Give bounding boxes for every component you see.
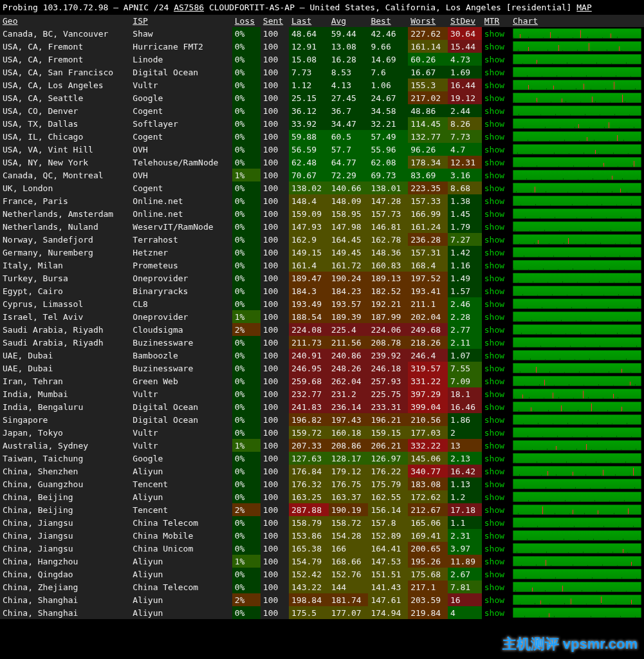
- col-geo[interactable]: Geo: [0, 15, 130, 27]
- mtr-show-link[interactable]: show: [484, 351, 504, 360]
- col-mtr[interactable]: MTR: [482, 15, 510, 27]
- isp-cell: China Telecom: [130, 516, 232, 529]
- mtr-show-link[interactable]: show: [484, 106, 504, 116]
- col-worst[interactable]: Worst: [408, 15, 448, 27]
- chart-cell: [510, 387, 644, 400]
- worst-cell: 157.31: [408, 246, 448, 259]
- mtr-show-link[interactable]: show: [484, 312, 504, 322]
- mtr-show-link[interactable]: show: [484, 171, 504, 180]
- isp-cell: Oneprovider: [130, 310, 232, 323]
- mtr-show-link[interactable]: show: [484, 286, 504, 296]
- asn-link[interactable]: AS7586: [174, 3, 204, 12]
- mtr-show-link[interactable]: show: [484, 376, 504, 386]
- col-sent[interactable]: Sent: [261, 15, 289, 27]
- avg-cell: 181.74: [329, 593, 369, 606]
- mtr-show-link[interactable]: show: [484, 544, 504, 553]
- mtr-show-link[interactable]: show: [484, 428, 504, 438]
- last-cell: 1.12: [289, 79, 329, 91]
- best-cell: 182.52: [368, 284, 408, 297]
- latency-sparkline: [513, 28, 641, 39]
- mtr-show-link[interactable]: show: [484, 119, 504, 129]
- mtr-show-link[interactable]: show: [484, 415, 504, 425]
- mtr-show-link[interactable]: show: [484, 570, 504, 579]
- sent-cell: 100: [261, 272, 289, 284]
- mtr-show-link[interactable]: show: [484, 29, 504, 39]
- mtr-show-link[interactable]: show: [484, 531, 504, 541]
- mtr-show-link[interactable]: show: [484, 183, 504, 193]
- worst-cell: 319.57: [408, 362, 448, 375]
- latency-sparkline: [513, 337, 641, 348]
- sent-cell: 100: [261, 297, 289, 310]
- isp-cell: Cogent: [130, 181, 232, 194]
- mtr-show-link[interactable]: show: [484, 55, 504, 64]
- mtr-show-link[interactable]: show: [484, 222, 504, 232]
- worst-cell: 217.02: [408, 91, 448, 104]
- col-chart[interactable]: Chart: [510, 15, 644, 27]
- worst-cell: 60.26: [408, 53, 448, 66]
- mtr-show-link[interactable]: show: [484, 479, 504, 489]
- isp-cell: Hetzner: [130, 246, 232, 259]
- mtr-show-link[interactable]: show: [484, 42, 504, 51]
- latency-sparkline: [513, 350, 641, 360]
- col-best[interactable]: Best: [368, 15, 408, 27]
- chart-cell: [510, 297, 644, 310]
- chart-cell: [510, 336, 644, 349]
- mtr-show-link[interactable]: show: [484, 518, 504, 528]
- chart-cell: [510, 310, 644, 323]
- mtr-cell: show: [482, 246, 510, 259]
- table-row: Japan, TokyoVultr0%100159.72160.18159.15…: [0, 426, 644, 439]
- mtr-show-link[interactable]: show: [484, 68, 504, 77]
- col-loss[interactable]: Loss: [232, 15, 261, 27]
- mtr-cell: show: [482, 516, 510, 529]
- mtr-show-link[interactable]: show: [484, 492, 504, 502]
- mtr-show-link[interactable]: show: [484, 80, 504, 90]
- mtr-show-link[interactable]: show: [484, 582, 504, 592]
- isp-cell: Oneprovider: [130, 272, 232, 284]
- mtr-show-link[interactable]: show: [484, 505, 504, 515]
- mtr-show-link[interactable]: show: [484, 248, 504, 257]
- col-stdev[interactable]: StDev: [448, 15, 482, 27]
- worst-cell: 183.08: [408, 478, 448, 490]
- mtr-show-link[interactable]: show: [484, 441, 504, 450]
- col-isp[interactable]: ISP: [130, 15, 232, 27]
- mtr-show-link[interactable]: show: [484, 145, 504, 154]
- mtr-show-link[interactable]: show: [484, 364, 504, 373]
- mtr-show-link[interactable]: show: [484, 454, 504, 463]
- avg-cell: 248.26: [329, 362, 369, 375]
- mtr-show-link[interactable]: show: [484, 389, 504, 399]
- chart-cell: [510, 27, 644, 40]
- mtr-show-link[interactable]: show: [484, 467, 504, 476]
- mtr-show-link[interactable]: show: [484, 299, 504, 309]
- sent-cell: 100: [261, 465, 289, 478]
- mtr-show-link[interactable]: show: [484, 93, 504, 103]
- mtr-show-link[interactable]: show: [484, 158, 504, 167]
- mtr-show-link[interactable]: show: [484, 608, 504, 618]
- best-cell: 192.21: [368, 297, 408, 310]
- mtr-show-link[interactable]: show: [484, 402, 504, 412]
- stdev-cell: 11.89: [448, 555, 482, 568]
- worst-cell: 161.24: [408, 220, 448, 233]
- mtr-show-link[interactable]: show: [484, 261, 504, 270]
- geo-cell: Turkey, Bursa: [0, 272, 130, 284]
- mtr-show-link[interactable]: show: [484, 209, 504, 219]
- mtr-show-link[interactable]: show: [484, 235, 504, 245]
- map-link[interactable]: MAP: [576, 3, 591, 12]
- col-last[interactable]: Last: [289, 15, 329, 27]
- mtr-show-link[interactable]: show: [484, 196, 504, 206]
- latency-sparkline: [513, 414, 641, 425]
- stdev-cell: 7.27: [448, 233, 482, 246]
- loss-cell: 0%: [232, 465, 261, 478]
- avg-cell: 211.56: [329, 336, 369, 349]
- sent-cell: 100: [261, 439, 289, 452]
- isp-cell: OVH: [130, 169, 232, 181]
- stdev-cell: 16.44: [448, 79, 482, 91]
- mtr-show-link[interactable]: show: [484, 338, 504, 348]
- mtr-show-link[interactable]: show: [484, 325, 504, 335]
- col-avg[interactable]: Avg: [329, 15, 369, 27]
- best-cell: 174.94: [368, 606, 408, 619]
- geo-cell: China, Hangzhou: [0, 555, 130, 568]
- mtr-show-link[interactable]: show: [484, 132, 504, 142]
- mtr-show-link[interactable]: show: [484, 274, 504, 283]
- mtr-show-link[interactable]: show: [484, 595, 504, 605]
- mtr-show-link[interactable]: show: [484, 557, 504, 566]
